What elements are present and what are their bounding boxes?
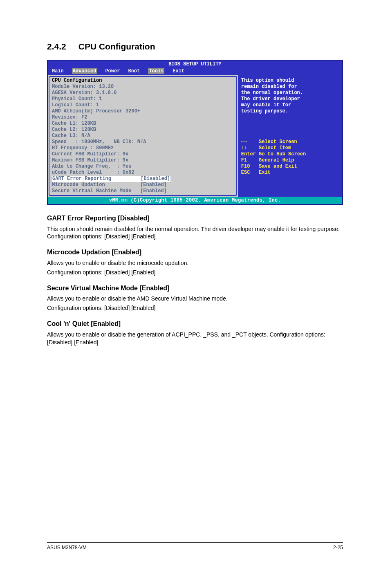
line-logical: Logical Count: 1 (52, 102, 99, 108)
line-ht: HT Frequency : 800MHz (52, 145, 114, 151)
line-cur: Current FSB Multiplier: 9x (52, 151, 128, 157)
line-module: Module Version: 13.20 (52, 84, 114, 90)
heading-coolnquiet: Cool 'n' Quiet [Enabled] (47, 319, 343, 328)
footer-right: 2-25 (333, 544, 343, 551)
para-gart: This option should remain disabled for t… (47, 225, 343, 241)
line-l1: Cache L1: 128KB (52, 121, 96, 126)
gart-option: GART Error Reporting [Disabled] (52, 176, 170, 182)
gart-label: GART Error Reporting (52, 176, 111, 182)
menu-tools: Tools (148, 68, 164, 74)
section-title: CPU Configuration (78, 42, 155, 51)
menu-boot: Boot (128, 68, 140, 74)
bios-menu-bar: MainAdvancedPowerBootToolsExit (49, 68, 341, 74)
line-able: Able to Change Freq. : Yes (52, 164, 131, 169)
para-svm-a: Allows you to enable or disable the AMD … (47, 295, 343, 303)
line-ucode: uCode Patch Level : 0x62 (52, 170, 134, 175)
menu-advanced: Advanced (72, 68, 97, 74)
help-line-4: The driver developer (241, 96, 300, 102)
key-enter-text: Go to Sub Screen (259, 151, 306, 157)
key-f10-text: Save and Exit (259, 164, 297, 169)
heading-svm: Secure Virtual Machine Mode [Enabled] (47, 284, 343, 293)
key-enter: Enter (241, 151, 256, 157)
key-esc: ESC (241, 170, 250, 175)
menu-exit: Exit (173, 68, 184, 74)
line-speed: Speed : 1800MHz, NB Clk: N/A (52, 139, 146, 145)
cfg-header: CPU Configuration (52, 78, 102, 83)
bios-body: CPU Configuration Module Version: 13.20 … (48, 75, 342, 197)
svm-value: [Enabled] (140, 188, 167, 194)
heading-gart: GART Error Reporting [Disabled] (47, 214, 343, 223)
help-line-1: This option should (241, 78, 294, 83)
line-agesa: AGESA Version: 3.1.8.0 (52, 90, 117, 96)
para-microcode-b: Configuration options: [Disabled] [Enabl… (47, 269, 343, 276)
bios-footer: vMM.mm (C)Copyright 1985-2002, American … (48, 197, 342, 204)
help-line-3: the normal operation. (241, 90, 303, 96)
help-line-5: may enable it for (241, 102, 291, 108)
key-lr: ←→ (241, 139, 247, 145)
micro-label: Microcode Updation (52, 182, 105, 188)
svm-label: Secure Virtual Machine Mode (52, 188, 131, 194)
key-lr-text: Select Screen (259, 139, 297, 145)
line-proc: AMD Athlon(tm) Processor 3200+ (52, 108, 140, 114)
bios-screenshot: BIOS SETUP UTILITY MainAdvancedPowerBoot… (47, 60, 343, 205)
bios-title: BIOS SETUP UTILITY (49, 61, 341, 67)
key-ud-text: Select Item (259, 145, 291, 151)
page-footer: ASUS M3N78-VM 2-25 (47, 542, 343, 551)
line-rev: Revision: F2 (52, 114, 87, 120)
para-microcode-a: Allows you to enable or disable the micr… (47, 259, 343, 267)
section-heading: 2.4.2CPU Configuration (47, 41, 343, 52)
line-l2: Cache L2: 128KB (52, 127, 96, 132)
section-number: 2.4.2 (47, 41, 66, 52)
para-svm-b: Configuration options: [Disabled] [Enabl… (47, 304, 343, 312)
bios-header: BIOS SETUP UTILITY MainAdvancedPowerBoot… (48, 61, 342, 75)
key-f10: F10 (241, 164, 250, 169)
heading-microcode: Microcode Updation [Enabled] (47, 248, 343, 257)
key-f1-text: General Help (259, 157, 294, 163)
line-max: Maximum FSB Multiplier: 9x (52, 157, 128, 163)
key-ud: ↑↓ (241, 145, 247, 151)
line-physical: Physical Count: 1 (52, 96, 102, 102)
gart-value: [Disabled] (141, 176, 170, 182)
help-line-2: remain disabled for (241, 84, 297, 90)
key-esc-text: Exit (259, 170, 271, 175)
menu-main: Main (52, 68, 64, 74)
line-l3: Cache L3: N/A (52, 133, 90, 139)
micro-value: [Enabled] (140, 182, 167, 188)
para-coolnquiet: Allows you to enable or disable the gene… (47, 331, 343, 346)
footer-left: ASUS M3N78-VM (47, 544, 87, 551)
key-f1: F1 (241, 157, 247, 163)
menu-power: Power (105, 68, 120, 74)
help-line-6: testing purpose. (241, 108, 288, 114)
bios-left-pane: CPU Configuration Module Version: 13.20 … (49, 76, 237, 196)
bios-right-pane: This option should remain disabled for t… (238, 75, 342, 197)
